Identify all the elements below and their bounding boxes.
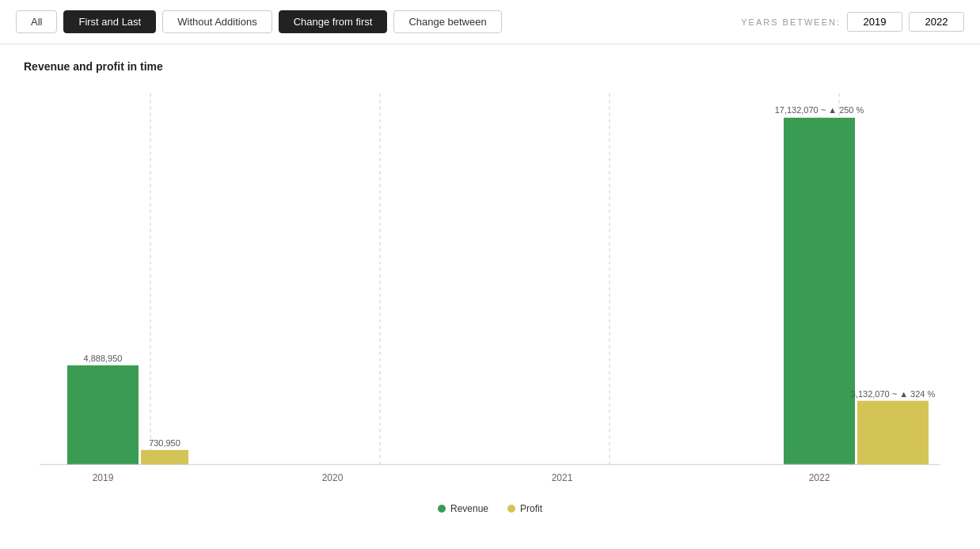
chart-container: 4,888,950 730,950 17,132,070 ~ ▲ 250 % 3… (24, 85, 956, 497)
legend-profit: Profit (507, 503, 542, 514)
years-section: YEARS BETWEEN: (741, 12, 964, 32)
svg-text:730,950: 730,950 (149, 438, 180, 448)
bar-2019-revenue (67, 365, 139, 464)
svg-text:3,132,070 ~ ▲ 324 %: 3,132,070 ~ ▲ 324 % (851, 388, 936, 398)
svg-text:4,888,950: 4,888,950 (84, 354, 123, 363)
bar-2019-profit (141, 450, 188, 464)
legend-profit-label: Profit (520, 503, 542, 514)
toolbar: All First and Last Without Additions Cha… (0, 0, 980, 44)
chart-svg: 4,888,950 730,950 17,132,070 ~ ▲ 250 % 3… (24, 85, 956, 497)
btn-change-between[interactable]: Change between (393, 10, 501, 33)
legend-revenue-label: Revenue (450, 503, 488, 514)
svg-text:2022: 2022 (809, 472, 830, 483)
btn-without-additions[interactable]: Without Additions (162, 10, 272, 33)
legend-revenue: Revenue (438, 503, 488, 514)
svg-text:2020: 2020 (322, 472, 344, 483)
btn-first-and-last[interactable]: First and Last (63, 10, 156, 33)
svg-text:2021: 2021 (552, 472, 573, 483)
btn-all[interactable]: All (16, 10, 57, 33)
svg-text:2019: 2019 (93, 472, 114, 483)
years-label: YEARS BETWEEN: (741, 17, 841, 27)
chart-title: Revenue and profit in time (24, 60, 956, 73)
year-to-input[interactable] (909, 12, 964, 32)
svg-text:17,132,070 ~ ▲ 250 %: 17,132,070 ~ ▲ 250 % (775, 105, 864, 115)
bar-2022-profit (857, 401, 929, 465)
legend: Revenue Profit (24, 503, 956, 514)
legend-revenue-dot (438, 505, 446, 513)
chart-area: Revenue and profit in time 4,888,950 730… (0, 44, 980, 549)
legend-profit-dot (507, 505, 515, 513)
btn-change-from-first[interactable]: Change from first (279, 10, 388, 33)
year-from-input[interactable] (847, 12, 902, 32)
bar-2022-revenue (784, 118, 855, 464)
